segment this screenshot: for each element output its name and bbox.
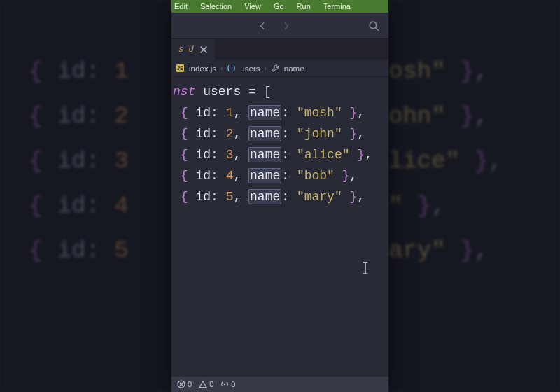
command-center[interactable] <box>368 20 380 32</box>
code-line: { id: 1, name: "mosh" }, <box>172 102 388 123</box>
svg-point-4 <box>224 384 226 386</box>
editor-window: Edit Selection View Go Run Termina s U <box>172 0 388 392</box>
text-cursor-icon <box>360 260 370 273</box>
wrench-icon <box>271 64 280 73</box>
multi-cursor-selection: name <box>248 147 281 162</box>
js-file-icon: JS <box>176 64 185 73</box>
chevron-right-icon: › <box>220 64 223 72</box>
chevron-right-icon: › <box>264 64 266 72</box>
nav-back-button[interactable] <box>255 19 270 33</box>
multi-cursor-selection: name <box>248 126 281 141</box>
tab-bar: s U <box>172 39 388 60</box>
background-echo-right: osh" }, ohn" }, lice" }, " }, ary" }, <box>388 0 560 392</box>
menu-item-selection[interactable]: Selection <box>200 2 232 10</box>
radio-tower-icon <box>220 380 229 388</box>
status-warnings-count: 0 <box>209 380 214 388</box>
menu-item-run[interactable]: Run <box>297 2 311 10</box>
breadcrumb: JS index.js › users › name <box>172 60 388 77</box>
nav-forward-button[interactable] <box>279 19 293 33</box>
multi-cursor-selection: name <box>248 168 281 183</box>
stage: { id: 1 { id: 2 { id: 3 { id: 4 { id: 5 … <box>0 0 560 392</box>
close-icon <box>200 46 208 54</box>
breadcrumb-symbol[interactable]: users <box>240 64 260 73</box>
menu-bar: Edit Selection View Go Run Termina <box>172 0 388 13</box>
arrow-right-icon <box>281 21 291 31</box>
status-errors[interactable]: 0 <box>177 380 192 388</box>
title-nav-row <box>172 13 388 39</box>
status-bar: 0 0 0 <box>172 377 388 392</box>
tab-label: s U <box>178 45 194 55</box>
code-line: nst users = [ <box>172 81 388 102</box>
code-line: { id: 3, name: "alice" }, <box>172 144 388 165</box>
code-line: { id: 5, name: "mary" }, <box>172 186 388 207</box>
menu-item-view[interactable]: View <box>244 2 261 10</box>
status-info-count: 0 <box>231 380 235 388</box>
multi-cursor-selection: name <box>248 189 281 204</box>
status-warnings[interactable]: 0 <box>199 380 214 388</box>
error-circle-icon <box>177 380 186 388</box>
warning-triangle-icon <box>199 380 207 388</box>
status-info[interactable]: 0 <box>220 380 235 388</box>
variable-icon <box>227 64 236 73</box>
editor-code-area[interactable]: nst users = [ { id: 1, name: "mosh" }, {… <box>172 77 388 377</box>
search-icon <box>368 20 380 32</box>
menu-item-terminal[interactable]: Termina <box>323 2 351 10</box>
breadcrumb-file[interactable]: index.js <box>189 64 216 73</box>
svg-text:JS: JS <box>177 65 183 71</box>
code-line: { id: 2, name: "john" }, <box>172 123 388 144</box>
arrow-left-icon <box>258 21 267 31</box>
menu-item-edit[interactable]: Edit <box>174 2 188 10</box>
status-errors-count: 0 <box>188 380 192 388</box>
background-echo-left: { id: 1 { id: 2 { id: 3 { id: 4 { id: 5 <box>0 0 172 392</box>
tab-active[interactable]: s U <box>172 39 215 60</box>
multi-cursor-selection: name <box>248 105 281 120</box>
code-line: { id: 4, name: "bob" }, <box>172 165 388 186</box>
breadcrumb-property[interactable]: name <box>284 64 304 73</box>
tab-close-button[interactable] <box>200 46 208 54</box>
menu-item-go[interactable]: Go <box>274 2 284 10</box>
